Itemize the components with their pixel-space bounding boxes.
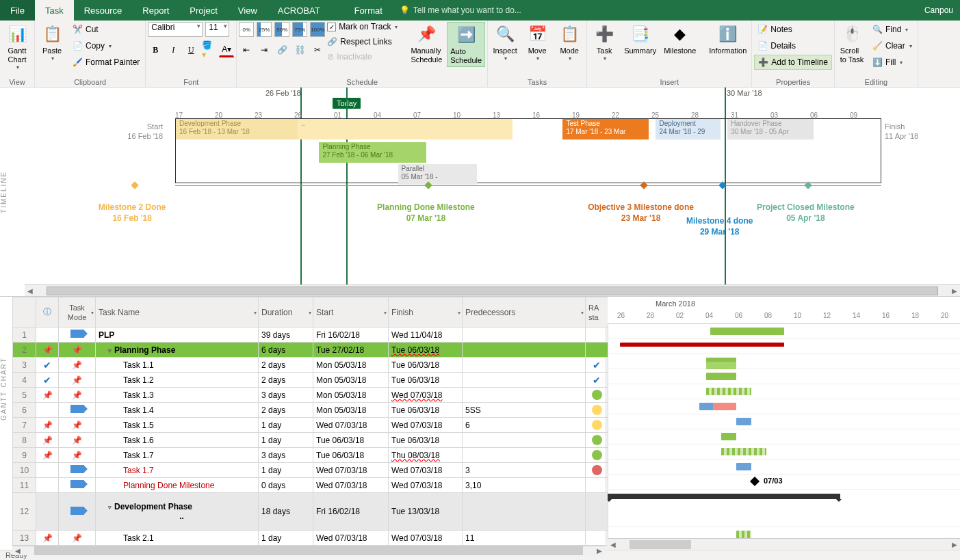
gantt-bar[interactable] xyxy=(710,328,784,335)
information-button[interactable]: ℹ️Information xyxy=(706,22,749,57)
gantt-bar[interactable] xyxy=(699,403,713,410)
start-cell[interactable]: Wed 07/03/18 xyxy=(313,478,389,493)
task-name-cell[interactable]: Task 1.4 xyxy=(96,403,259,418)
finish-cell[interactable]: Wed 11/04/18 xyxy=(389,328,463,343)
timeline-diamond[interactable] xyxy=(805,181,812,189)
duration-cell[interactable]: 0 days xyxy=(259,478,313,493)
table-row[interactable]: 8📌📌Task 1.61 dayTue 06/03/18Tue 06/03/18 xyxy=(13,433,608,448)
table-row[interactable]: 7📌📌Task 1.51 dayWed 07/03/18Wed 07/03/18… xyxy=(13,418,608,433)
column-start[interactable]: Start▾ xyxy=(313,297,389,328)
menu-report[interactable]: Report xyxy=(132,0,179,21)
scroll-left-arrow-icon[interactable]: ◀ xyxy=(608,541,619,548)
start-cell[interactable]: Tue 06/03/18 xyxy=(313,448,389,463)
task-mode-cell[interactable] xyxy=(59,403,96,418)
auto-schedule-button[interactable]: ➡️Auto Schedule xyxy=(447,22,485,67)
finish-cell[interactable]: Wed 07/03/18 xyxy=(389,531,463,546)
percent-50-button[interactable]: 50% xyxy=(274,22,289,37)
scroll-right-arrow-icon[interactable]: ▶ xyxy=(949,541,960,548)
duration-cell[interactable]: 1 day xyxy=(259,531,313,546)
duration-cell[interactable]: 1 day xyxy=(259,433,313,448)
inspect-button[interactable]: 🔍Inspect▾ xyxy=(490,22,520,64)
table-row[interactable]: 9📌📌Task 1.73 daysTue 06/03/18Thu 08/03/1… xyxy=(13,448,608,463)
status-cell[interactable] xyxy=(586,388,608,403)
predecessors-cell[interactable] xyxy=(463,388,586,403)
row-number[interactable]: 1 xyxy=(13,328,36,343)
finish-cell[interactable]: Tue 06/03/18 xyxy=(389,343,463,358)
column-predecessors[interactable]: Predecessors▾ xyxy=(463,297,586,328)
status-cell[interactable]: ✔ xyxy=(586,358,608,373)
row-number[interactable]: 8 xyxy=(13,433,36,448)
task-mode-cell[interactable]: 📌 xyxy=(59,433,96,448)
start-cell[interactable]: Wed 07/03/18 xyxy=(313,531,389,546)
gantt-bar[interactable] xyxy=(736,463,751,470)
gantt-bar[interactable] xyxy=(721,448,766,455)
indicator-cell[interactable] xyxy=(36,478,59,493)
percent-75-button[interactable]: 75% xyxy=(292,22,307,37)
row-number[interactable]: 9 xyxy=(13,448,36,463)
status-cell[interactable] xyxy=(586,418,608,433)
start-cell[interactable]: Mon 05/03/18 xyxy=(313,403,389,418)
finish-cell[interactable]: Wed 07/03/18 xyxy=(389,478,463,493)
timeline-bar[interactable]: Handover Phase30 Mar '18 - 05 Apr xyxy=(727,119,814,139)
menu-task[interactable]: Task xyxy=(35,0,74,21)
indicator-cell[interactable] xyxy=(36,493,59,531)
gantt-bar[interactable] xyxy=(721,433,736,440)
mode-button[interactable]: 📋Mode▾ xyxy=(554,22,584,64)
indent-button[interactable]: ⇥ xyxy=(257,42,272,57)
status-cell[interactable] xyxy=(586,448,608,463)
tell-me-input[interactable]: 💡Tell me what you want to do... xyxy=(400,0,521,21)
duration-cell[interactable]: 6 days xyxy=(259,343,313,358)
predecessors-cell[interactable]: 6 xyxy=(463,418,586,433)
manually-schedule-button[interactable]: 📌Manually Schedule xyxy=(408,22,445,66)
task-name-cell[interactable]: Task 1.7 xyxy=(96,463,259,478)
row-number[interactable]: 4 xyxy=(13,373,36,388)
indicator-cell[interactable] xyxy=(36,463,59,478)
duration-cell[interactable]: 1 day xyxy=(259,418,313,433)
scroll-left-arrow-icon[interactable]: ◀ xyxy=(12,547,23,555)
mark-on-track-button[interactable]: ✓Mark on Track▾ xyxy=(327,22,398,31)
row-number[interactable]: 3 xyxy=(13,358,36,373)
column-duration[interactable]: Duration▾ xyxy=(259,297,313,328)
font-size-select[interactable]: 11 xyxy=(205,22,229,37)
menu-resource[interactable]: Resource xyxy=(74,0,133,21)
finish-cell[interactable]: Tue 13/03/18 xyxy=(389,493,463,531)
gantt-milestone-diamond[interactable] xyxy=(750,477,760,486)
gantt-summary-bar[interactable] xyxy=(608,494,840,499)
scroll-thumb[interactable] xyxy=(630,540,691,549)
task-name-cell[interactable]: Task 1.6 xyxy=(96,433,259,448)
task-mode-cell[interactable]: 📌 xyxy=(59,373,96,388)
start-cell[interactable]: Fri 16/02/18 xyxy=(313,328,389,343)
timeline-bar[interactable]: Test Phase17 Mar '18 - 23 Mar xyxy=(562,119,649,139)
finish-cell[interactable]: Wed 07/03/18 xyxy=(389,388,463,403)
timeline-bar[interactable]: Deployment24 Mar '18 - 29 xyxy=(656,119,720,139)
predecessors-cell[interactable]: 3 xyxy=(463,463,586,478)
status-cell[interactable] xyxy=(586,403,608,418)
table-row[interactable]: 4✔📌Task 1.22 daysMon 05/03/18Tue 06/03/1… xyxy=(13,373,608,388)
gantt-bar[interactable] xyxy=(736,418,751,425)
finish-cell[interactable]: Tue 06/03/18 xyxy=(389,373,463,388)
task-mode-cell[interactable]: 📌 xyxy=(59,531,96,546)
task-mode-cell[interactable] xyxy=(59,493,96,531)
duration-cell[interactable]: 2 days xyxy=(259,358,313,373)
gantt-bar[interactable] xyxy=(736,531,751,538)
gantt-chart-pane[interactable]: March 2018 262802040608101214161820 07/0… xyxy=(608,297,960,550)
fill-button[interactable]: ⬇️Fill▾ xyxy=(869,55,916,70)
finish-cell[interactable]: Thu 08/03/18 xyxy=(389,448,463,463)
indicator-cell[interactable] xyxy=(36,328,59,343)
predecessors-cell[interactable] xyxy=(463,328,586,343)
predecessors-cell[interactable] xyxy=(463,343,586,358)
predecessors-cell[interactable]: 11 xyxy=(463,531,586,546)
scroll-right-arrow-icon[interactable]: ▶ xyxy=(594,547,605,555)
start-cell[interactable]: Mon 05/03/18 xyxy=(313,388,389,403)
task-name-cell[interactable]: Task 2.1 xyxy=(96,531,259,546)
copy-button[interactable]: 📄Copy▾ xyxy=(69,38,143,53)
row-number[interactable]: 2 xyxy=(13,343,36,358)
percent-100-button[interactable]: 100% xyxy=(310,22,325,37)
task-name-cell[interactable]: Task 1.2 xyxy=(96,373,259,388)
indicator-cell[interactable]: 📌 xyxy=(36,448,59,463)
indicator-cell[interactable] xyxy=(36,403,59,418)
row-number[interactable]: 5 xyxy=(13,388,36,403)
font-family-select[interactable]: Calibri xyxy=(148,22,203,37)
start-cell[interactable]: Mon 05/03/18 xyxy=(313,358,389,373)
add-to-timeline-button[interactable]: ➕Add to Timeline xyxy=(754,55,832,70)
